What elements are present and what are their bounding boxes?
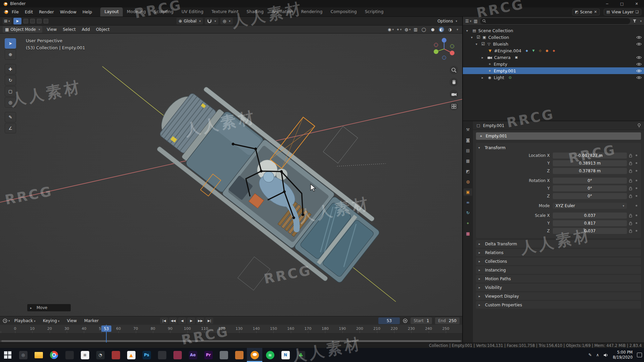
- viewport-menu-item[interactable]: Select: [60, 26, 79, 33]
- mode-selector[interactable]: ▦ Object Mode ▾: [3, 26, 42, 33]
- blueish-checkbox[interactable]: ☑: [481, 42, 485, 46]
- frame-start-field[interactable]: Start1: [411, 317, 432, 324]
- rotation-z-field[interactable]: 0°: [553, 193, 627, 199]
- tab-object[interactable]: ▣: [464, 188, 472, 196]
- object-type-visibility-dropdown[interactable]: ◉▾: [388, 27, 394, 32]
- eye-icon[interactable]: [636, 56, 642, 59]
- unlink-scene-icon[interactable]: ✕: [594, 10, 597, 14]
- outliner-row-engine-004[interactable]: ▼ #Engine.004 ◆ ▼ ◇ ● ◆: [463, 47, 644, 54]
- shading-material-icon[interactable]: ◐: [439, 27, 444, 32]
- outliner-display-mode-icon[interactable]: ▥: [474, 19, 477, 23]
- taskbar-app-search[interactable]: ◎: [15, 348, 31, 362]
- workspace-tab-scripting[interactable]: Scripting: [361, 7, 388, 16]
- workspace-tab-rendering[interactable]: Rendering: [297, 7, 327, 16]
- menu-item[interactable]: Window: [57, 8, 79, 15]
- scene-selector[interactable]: ◩ Scene ✕: [572, 9, 600, 15]
- frame-end-field[interactable]: End250: [435, 317, 460, 324]
- tab-texture[interactable]: ▦: [464, 230, 472, 237]
- annotate-tool[interactable]: ✎: [5, 112, 16, 122]
- current-frame-field[interactable]: 53: [378, 317, 400, 324]
- viewport-3d[interactable]: User Perspective (53) Collection | Empty…: [0, 34, 462, 316]
- transform-panel-header[interactable]: ▾ Transform: [478, 143, 639, 152]
- scale-z-field[interactable]: 0.037: [553, 228, 627, 234]
- taskbar-app-photoshop[interactable]: Ps: [139, 348, 154, 362]
- start-button[interactable]: [0, 348, 15, 362]
- tab-physics[interactable]: ↻: [464, 209, 472, 217]
- navigation-gizmo[interactable]: [431, 36, 457, 62]
- overlays-dropdown[interactable]: ◍▾: [405, 27, 411, 32]
- disclosure-icon[interactable]: ▸: [482, 76, 486, 79]
- workspace-tab-compositing[interactable]: Compositing: [326, 7, 361, 16]
- workspace-tab-shading[interactable]: Shading: [243, 7, 268, 16]
- scale-x-field[interactable]: 0.037: [553, 213, 627, 219]
- taskbar-app-16[interactable]: [231, 348, 247, 362]
- xray-toggle[interactable]: ▥: [414, 27, 417, 32]
- workspace-tab-sculpting[interactable]: Sculpting: [150, 7, 177, 16]
- prev-keyframe-button[interactable]: ◀◀: [169, 317, 177, 324]
- tool-settings-toggle-4[interactable]: [44, 19, 48, 23]
- filter-funnel-icon[interactable]: [633, 19, 637, 23]
- marker-menu[interactable]: Marker: [81, 317, 102, 324]
- zoom-button[interactable]: [449, 66, 458, 74]
- proportional-editing-toggle[interactable]: ◎ ▾: [220, 18, 233, 24]
- location-x-field[interactable]: -0.017827 m: [553, 153, 627, 159]
- outliner-row-camera[interactable]: ▸ Camera ▣: [463, 54, 644, 61]
- outliner-row-empty[interactable]: ⌖ Empty: [463, 61, 644, 67]
- tab-render[interactable]: ◙: [464, 136, 472, 144]
- maximize-button[interactable]: □: [614, 0, 629, 7]
- active-tool-button[interactable]: ➤: [13, 18, 21, 24]
- shading-wireframe-icon[interactable]: ◯: [421, 27, 427, 32]
- close-button[interactable]: ✕: [629, 0, 644, 7]
- properties-section-header[interactable]: ▸Delta Transform: [476, 240, 641, 248]
- collection-checkbox[interactable]: ☑: [477, 35, 480, 40]
- view-menu[interactable]: View: [64, 317, 80, 324]
- taskbar-app-20[interactable]: ♣: [293, 348, 309, 362]
- select-box-tool[interactable]: ➤: [5, 38, 16, 49]
- eye-icon[interactable]: [636, 62, 642, 66]
- view-layer-selector[interactable]: ▤ View Layer ❏: [604, 9, 641, 15]
- tool-settings-toggle-1[interactable]: [23, 19, 28, 23]
- properties-section-header[interactable]: ▸Instancing: [476, 266, 641, 274]
- viewport-menu-item[interactable]: Add: [79, 26, 93, 33]
- copy-view-layer-icon[interactable]: ❏: [635, 10, 639, 14]
- taskbar-app-blender[interactable]: [247, 348, 262, 362]
- outliner-search-input[interactable]: [488, 19, 628, 23]
- outliner-search[interactable]: [480, 18, 631, 24]
- tab-view-layer[interactable]: ▩: [464, 157, 472, 165]
- taskbar-app-8[interactable]: [108, 348, 123, 362]
- eye-icon[interactable]: [636, 42, 642, 46]
- location-y-field[interactable]: 0.38913 m: [553, 160, 627, 166]
- tab-scene[interactable]: ◩: [464, 168, 472, 175]
- scale-tool[interactable]: ▢: [5, 86, 16, 97]
- taskbar-app-spotify[interactable]: ≋: [262, 348, 278, 362]
- rotation-x-field[interactable]: 0°: [553, 178, 627, 184]
- taskbar-app-vlc[interactable]: ▲: [123, 348, 139, 362]
- camera-view-button[interactable]: [449, 90, 458, 99]
- volume-icon[interactable]: [603, 353, 608, 357]
- pin-icon[interactable]: [637, 123, 641, 128]
- workspace-tab-animation[interactable]: Animation: [268, 7, 297, 16]
- gizmos-dropdown[interactable]: ⌖▾: [397, 27, 401, 32]
- editor-type-selector[interactable]: ⊞▾: [3, 18, 11, 24]
- playback-menu[interactable]: Playback▾: [11, 317, 39, 324]
- play-reverse-button[interactable]: ◀: [178, 317, 186, 324]
- menu-item[interactable]: File: [9, 8, 22, 15]
- properties-section-header[interactable]: ▸Collections: [476, 257, 641, 265]
- taskbar-app-file-explorer[interactable]: [31, 348, 46, 362]
- jump-to-end-button[interactable]: ▶|: [205, 317, 213, 324]
- rotation-y-field[interactable]: 0°: [553, 185, 627, 191]
- next-keyframe-button[interactable]: ▶▶: [196, 317, 204, 324]
- keying-menu[interactable]: Keying▾: [40, 317, 63, 324]
- ortho-grid-button[interactable]: [449, 102, 458, 111]
- blender-menu-logo-icon[interactable]: [3, 9, 9, 14]
- rotate-tool[interactable]: ↻: [5, 75, 16, 85]
- move-tool[interactable]: ✚: [5, 64, 16, 74]
- disclosure-icon[interactable]: ▾: [466, 29, 470, 33]
- shading-solid-icon[interactable]: ●: [430, 27, 435, 32]
- auto-keying-icon[interactable]: [403, 318, 408, 323]
- workspace-tab-texture-paint[interactable]: Texture Paint: [207, 7, 243, 16]
- taskbar-app-12[interactable]: [170, 348, 185, 362]
- rotation-mode-dropdown[interactable]: XYZ Euler ▾: [553, 203, 627, 209]
- measure-tool[interactable]: ∠: [5, 123, 16, 133]
- shading-rendered-icon[interactable]: ◑: [447, 27, 452, 32]
